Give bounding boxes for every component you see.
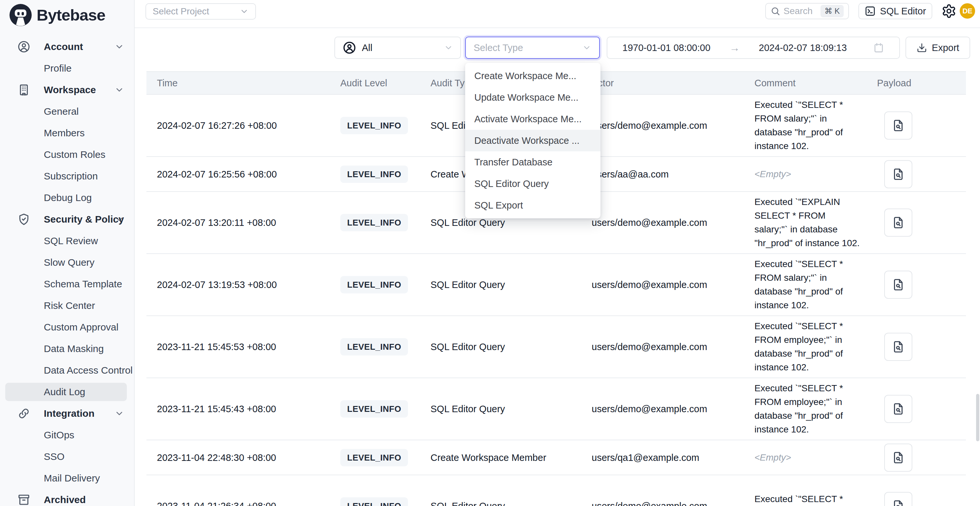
cell-actor: users/demo@example.com — [592, 501, 749, 506]
link-icon — [17, 407, 31, 420]
search-input[interactable] — [784, 6, 817, 16]
sidebar-section-workspace[interactable]: Workspace — [0, 79, 134, 101]
cell-actor: users/demo@example.com — [592, 120, 749, 131]
file-search-icon — [891, 451, 905, 465]
type-option-activate-workspace-me[interactable]: Activate Workspace Me... — [465, 108, 600, 130]
cell-audit-level: LEVEL_INFO — [340, 276, 408, 294]
payload-view-button[interactable] — [884, 333, 912, 361]
cell-actor: users/demo@example.com — [592, 280, 749, 290]
search-box[interactable]: ⌘ K — [765, 3, 849, 19]
sidebar-item-profile[interactable]: Profile — [0, 57, 134, 79]
type-option-update-workspace-me[interactable]: Update Workspace Me... — [465, 87, 600, 108]
sidebar-item-audit-log[interactable]: Audit Log — [0, 381, 134, 403]
payload-view-button[interactable] — [884, 395, 912, 423]
sidebar: Bytebase Account Profile Workspace Gener… — [0, 0, 135, 506]
type-filter-placeholder: Select Type — [474, 43, 582, 53]
table-row[interactable]: 2023-11-21 15:45:53 +08:00 LEVEL_INFO SQ… — [146, 316, 966, 378]
chevron-down-icon — [444, 43, 453, 52]
cell-audit-type: SQL Editor Query — [431, 501, 584, 506]
gear-icon[interactable] — [942, 3, 956, 19]
table-row[interactable]: 2023-11-04 22:48:30 +08:00 LEVEL_INFO Cr… — [146, 440, 966, 475]
project-select[interactable]: Select Project — [145, 3, 256, 20]
sidebar-item-debug-log[interactable]: Debug Log — [0, 187, 134, 208]
payload-view-button[interactable] — [884, 208, 912, 237]
sidebar-item-schema-template[interactable]: Schema Template — [0, 273, 134, 295]
file-search-icon — [891, 278, 905, 291]
sidebar-item-sql-review[interactable]: SQL Review — [0, 230, 134, 252]
sidebar-section-integration[interactable]: Integration — [0, 403, 134, 424]
date-from-value[interactable]: 1970-01-01 08:00:00 — [622, 43, 710, 53]
type-option-transfer-database[interactable]: Transfer Database — [465, 151, 600, 173]
avatar[interactable]: DE — [960, 3, 975, 19]
user-circle-icon — [342, 41, 356, 55]
table-row[interactable]: 2023-11-04 21:26:34 +08:00 LEVEL_INFO SQ… — [146, 475, 966, 506]
chevron-down-icon — [582, 43, 591, 52]
cell-audit-type: SQL Editor Query — [431, 280, 584, 290]
cell-audit-level: LEVEL_INFO — [340, 449, 408, 466]
payload-view-button[interactable] — [884, 492, 912, 506]
export-button[interactable]: Export — [905, 37, 970, 59]
type-option-create-workspace-me[interactable]: Create Workspace Me... — [465, 65, 600, 87]
type-option-deactivate-workspace[interactable]: Deactivate Workspace ... — [465, 130, 600, 151]
type-filter-select[interactable]: Select Type — [465, 37, 600, 59]
type-option-sql-export[interactable]: SQL Export — [465, 194, 600, 216]
sql-editor-button[interactable]: SQL Editor — [858, 3, 932, 19]
date-to-value[interactable]: 2024-02-07 18:09:13 — [759, 43, 846, 53]
payload-view-button[interactable] — [884, 111, 912, 140]
sidebar-item-data-masking[interactable]: Data Masking — [0, 338, 134, 360]
sidebar-item-general[interactable]: General — [0, 101, 134, 122]
actor-filter-select[interactable]: All — [334, 37, 461, 59]
payload-view-button[interactable] — [884, 271, 912, 299]
cell-audit-type: SQL Editor Query — [431, 342, 584, 352]
export-label: Export — [932, 43, 959, 53]
level-badge: LEVEL_INFO — [340, 276, 408, 294]
sidebar-item-slow-query[interactable]: Slow Query — [0, 252, 134, 273]
date-range-picker[interactable]: 1970-01-01 08:00:00 → 2024-02-07 18:09:1… — [607, 37, 900, 59]
calendar-icon — [873, 42, 884, 53]
scrollbar-thumb[interactable] — [976, 394, 979, 441]
file-search-icon — [891, 119, 905, 132]
bytebase-logo[interactable]: Bytebase — [8, 3, 105, 27]
cell-time: 2024-02-07 13:19:53 +08:00 — [157, 280, 327, 290]
sidebar-item-custom-approval[interactable]: Custom Approval — [0, 317, 134, 338]
level-badge: LEVEL_INFO — [340, 214, 408, 231]
payload-view-button[interactable] — [884, 444, 912, 472]
sql-editor-label: SQL Editor — [880, 6, 926, 17]
sidebar-section-security-policy[interactable]: Security & Policy — [0, 208, 134, 230]
actor-filter-value: All — [362, 43, 439, 53]
sidebar-item-mail-delivery[interactable]: Mail Delivery — [0, 468, 134, 489]
sidebar-item-risk-center[interactable]: Risk Center — [0, 295, 134, 317]
chevron-down-icon — [115, 42, 124, 52]
archive-icon — [17, 493, 31, 506]
sidebar-section-account[interactable]: Account — [0, 36, 134, 57]
cell-time: 2023-11-21 15:45:53 +08:00 — [157, 342, 327, 352]
sidebar-item-members[interactable]: Members — [0, 122, 134, 144]
chevron-down-icon — [240, 7, 249, 16]
file-search-icon — [891, 402, 905, 416]
cell-audit-type: SQL Editor Query — [431, 217, 584, 228]
sidebar-item-subscription[interactable]: Subscription — [0, 165, 134, 187]
sidebar-item-data-access-control[interactable]: Data Access Control — [0, 360, 134, 381]
bytebase-app: Bytebase Account Profile Workspace Gener… — [0, 0, 980, 506]
payload-view-button[interactable] — [884, 160, 912, 188]
level-badge: LEVEL_INFO — [340, 117, 408, 134]
sidebar-section-archived[interactable]: Archived — [0, 489, 134, 506]
table-row[interactable]: 2023-11-21 15:45:43 +08:00 LEVEL_INFO SQ… — [146, 378, 966, 440]
sidebar-item-sso[interactable]: SSO — [0, 446, 134, 468]
project-select-placeholder: Select Project — [153, 6, 209, 17]
terminal-icon — [865, 6, 876, 17]
type-filter-dropdown: Create Workspace Me...Update Workspace M… — [465, 63, 600, 218]
sidebar-item-gitops[interactable]: GitOps — [0, 424, 134, 446]
table-row[interactable]: 2024-02-07 13:19:53 +08:00 LEVEL_INFO SQ… — [146, 254, 966, 316]
cell-comment: Executed `"SELECT * FROM salary;"` in da… — [754, 98, 860, 153]
column-header-comment: Comment — [754, 78, 795, 89]
sidebar-item-custom-roles[interactable]: Custom Roles — [0, 144, 134, 165]
cell-audit-level: LEVEL_INFO — [340, 165, 408, 183]
bytebase-logo-icon — [8, 3, 33, 27]
level-badge: LEVEL_INFO — [340, 165, 408, 183]
shield-check-icon — [17, 212, 31, 226]
cell-audit-level: LEVEL_INFO — [340, 338, 408, 356]
level-badge: LEVEL_INFO — [340, 400, 408, 418]
arrow-right-icon: → — [729, 42, 740, 54]
type-option-sql-editor-query[interactable]: SQL Editor Query — [465, 173, 600, 194]
